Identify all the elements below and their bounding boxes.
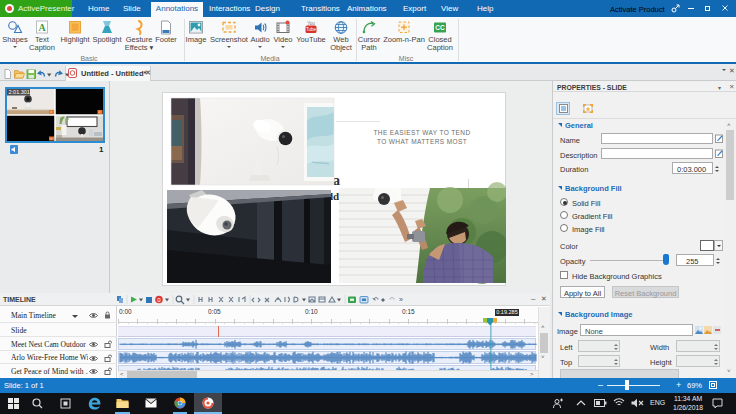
svg-text:♬: ♬ — [50, 137, 53, 141]
svg-text:♬: ♬ — [50, 110, 53, 114]
svg-text:2:01.301: 2:01.301 — [9, 89, 30, 95]
svg-text:♬: ♬ — [99, 110, 102, 114]
